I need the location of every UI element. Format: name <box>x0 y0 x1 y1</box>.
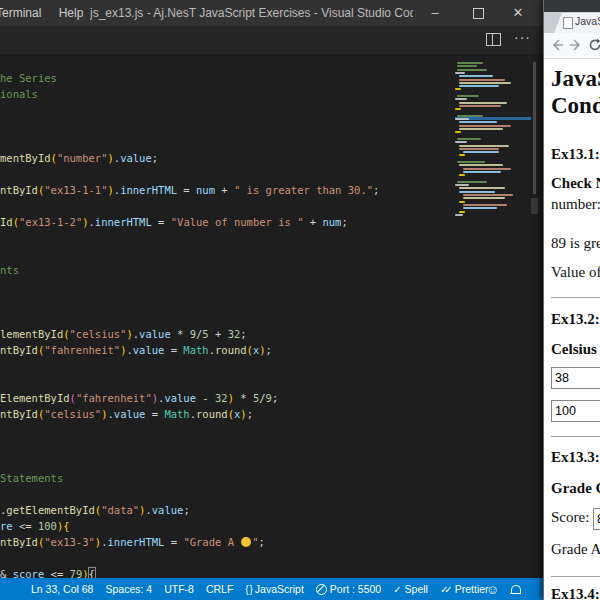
divider <box>551 436 600 437</box>
minimap-line <box>459 121 497 123</box>
minimap-line <box>457 161 485 163</box>
code-line[interactable]: ntById("celsius").value = Math.round(x); <box>0 406 253 422</box>
maximize-icon <box>473 8 484 19</box>
code-line[interactable]: nts <box>0 262 19 278</box>
page-icon <box>563 17 573 29</box>
output-text: 89 is grea <box>551 235 600 252</box>
code-line[interactable]: .getElementById("data").value; <box>0 502 190 518</box>
minimap-line <box>459 125 511 127</box>
maximize-button[interactable] <box>458 0 498 26</box>
status-item-javascript[interactable]: { }JavaScript <box>245 583 304 595</box>
text-input[interactable] <box>551 367 600 389</box>
status-item-port-5500[interactable]: Port : 5500 <box>316 583 381 595</box>
code-line[interactable]: ntById("fahrenheit").value = Math.round(… <box>0 342 272 358</box>
circle-slash-icon <box>316 584 327 595</box>
code-line[interactable]: & score <= 79){ <box>0 566 95 578</box>
minimap-line <box>459 145 509 147</box>
code-line[interactable]: he Series <box>0 70 57 86</box>
minimap-line <box>455 141 467 143</box>
code-line[interactable]: Statements <box>0 470 63 486</box>
minimap-line <box>455 72 465 74</box>
double-check-icon: ✓✓ <box>440 584 449 595</box>
browser-frame-top <box>544 0 600 12</box>
notifications-bell-icon[interactable] <box>511 585 521 593</box>
code-editor[interactable]: he SeriesionalsmentById("number").value;… <box>0 54 543 578</box>
feedback-smiley-icon[interactable]: ☺ <box>486 582 499 597</box>
minimap-line <box>463 207 497 209</box>
input-label: Score: <box>551 509 593 525</box>
code-line[interactable]: re <= 100){ <box>0 518 70 534</box>
output-text: Grade A <box>551 541 600 558</box>
status-item-spaces-4[interactable]: Spaces: 4 <box>105 583 152 595</box>
back-arrow-icon[interactable] <box>550 38 564 52</box>
section-title: Celsius t <box>551 341 600 358</box>
minimap-line <box>463 194 513 196</box>
more-actions-icon[interactable]: ··· <box>514 29 531 45</box>
text-input[interactable] <box>593 508 600 530</box>
page-heading: Condi <box>551 93 600 119</box>
minimap-line <box>457 95 479 97</box>
status-bar-right: ☺ <box>486 578 521 600</box>
code-line[interactable]: Id("ex13-1-2").innerHTML = "Value of num… <box>0 214 348 230</box>
minimap-line <box>459 102 507 104</box>
text-input[interactable] <box>551 400 600 422</box>
browser-page-content: JavaSCondiEx13.1: iCheck Nnumber: 89 is … <box>544 60 600 600</box>
code-line[interactable]: lementById("celsius").value * 9/5 + 32; <box>0 326 247 342</box>
vscode-window: Terminal Help js_ex13.js - Aj.NesT JavaS… <box>0 0 543 600</box>
menu-help[interactable]: Help <box>52 0 91 26</box>
minimap-line <box>459 75 493 77</box>
minimap-line <box>455 131 461 133</box>
minimap-line <box>457 65 477 67</box>
reload-icon[interactable] <box>588 38 600 52</box>
minimap-line <box>459 148 499 150</box>
status-item-prettier[interactable]: ✓✓Prettier <box>440 583 489 595</box>
close-button[interactable]: ✕ <box>498 0 538 26</box>
status-item-utf-8[interactable]: UTF-8 <box>164 583 194 595</box>
divider <box>551 576 600 577</box>
minimap-line <box>455 88 461 90</box>
minimap-line <box>457 62 483 64</box>
browser-tab-strip: JavaScr <box>544 12 600 33</box>
minimap-line <box>463 151 499 153</box>
section-title: Ex13.1: i <box>551 146 600 163</box>
minimap-line <box>463 168 511 170</box>
section-title: Grade C <box>551 480 600 497</box>
minimap-line <box>463 197 505 199</box>
minimap-line <box>455 214 463 216</box>
browser-toolbar <box>544 33 600 59</box>
minimap-line <box>459 211 465 213</box>
code-line[interactable]: ntById("ex13-3").innerHTML = "Grade A "; <box>0 534 265 550</box>
minimap-line <box>459 82 511 84</box>
minimap-line <box>457 69 487 71</box>
menu-bar: Terminal Help <box>0 0 90 26</box>
code-line[interactable]: mentById("number").value; <box>0 150 158 166</box>
minimap-line <box>459 79 505 81</box>
minimap-line <box>463 204 507 206</box>
status-item-crlf[interactable]: CRLF <box>206 583 233 595</box>
code-line[interactable]: ElementById("fahrenheit").value - 32) * … <box>0 390 278 406</box>
input-row: Score: <box>551 508 600 530</box>
minimap-line <box>459 164 503 166</box>
section-title: Ex13.4: <box>551 586 600 600</box>
forward-arrow-icon[interactable] <box>569 38 583 52</box>
minimize-button[interactable]: – <box>415 0 455 26</box>
status-item-ln-33-col-68[interactable]: Ln 33, Col 68 <box>31 583 93 595</box>
output-text: Value of <box>551 264 600 281</box>
section-title: Ex13.2: i <box>551 311 600 328</box>
minimap-line <box>459 191 495 193</box>
split-editor-icon[interactable] <box>486 33 501 46</box>
page-heading: JavaS <box>551 66 600 92</box>
minimap[interactable] <box>455 62 531 282</box>
editor-scrollbar[interactable] <box>533 62 536 194</box>
menu-terminal[interactable]: Terminal <box>0 0 48 26</box>
minimap-line <box>457 115 483 117</box>
status-bar: Ln 33, Col 68Spaces: 4UTF-8CRLF{ }JavaSc… <box>0 578 543 600</box>
input-row: number: <box>551 195 600 217</box>
code-line[interactable]: ntById("ex13-1-1").innerHTML = num + " i… <box>0 182 379 198</box>
minimap-slider[interactable] <box>531 198 538 214</box>
smiley-emoji <box>241 537 251 547</box>
browser-tab-title: JavaScr <box>575 15 600 27</box>
status-item-spell[interactable]: ✓Spell <box>393 583 428 595</box>
minimap-line <box>459 128 503 130</box>
code-line[interactable]: ionals <box>0 86 38 102</box>
